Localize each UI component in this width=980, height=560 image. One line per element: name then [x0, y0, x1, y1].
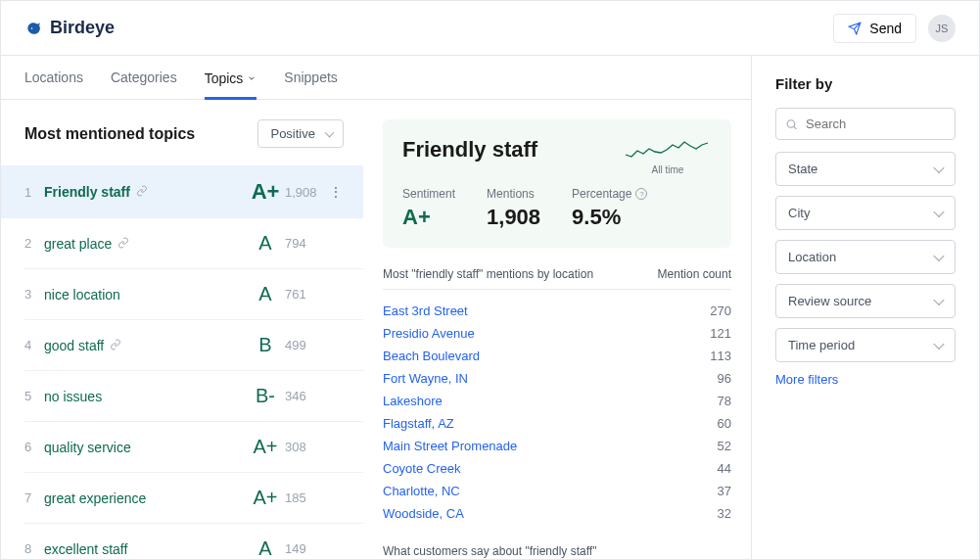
- topic-count: 761: [285, 287, 328, 302]
- link-icon: [110, 338, 121, 353]
- topic-grade: A: [246, 283, 285, 305]
- topic-row[interactable]: 8excellent staff A149: [24, 524, 363, 559]
- topic-row[interactable]: 7great experience A+185: [24, 473, 363, 524]
- topic-rank: 6: [24, 440, 44, 454]
- tab-categories[interactable]: Categories: [111, 56, 177, 99]
- location-link[interactable]: Woodside, CA: [383, 506, 464, 521]
- search-icon: [785, 117, 798, 130]
- location-count: 96: [718, 371, 731, 386]
- location-link[interactable]: Charlotte, NC: [383, 484, 460, 498]
- metric-value: A+: [402, 205, 455, 230]
- metric-label: Percentage ?: [572, 187, 647, 201]
- topics-list: 1Friendly staff A+1,908⋮2great place A79…: [24, 165, 363, 559]
- topic-row[interactable]: 6quality service A+308: [24, 422, 363, 473]
- topic-rank: 8: [24, 541, 44, 556]
- location-count: 52: [718, 439, 731, 453]
- topic-name: no issues: [44, 389, 246, 404]
- topic-name: great experience: [44, 490, 246, 506]
- send-label: Send: [869, 21, 902, 36]
- topic-grade: A+: [246, 436, 285, 458]
- topic-name: Friendly staff: [44, 184, 246, 200]
- topic-count: 1,908: [285, 185, 328, 200]
- location-row: Flagstaff, AZ60: [383, 412, 731, 435]
- send-button[interactable]: Send: [833, 14, 916, 43]
- location-link[interactable]: Presidio Avenue: [383, 326, 475, 341]
- locations-title: Most "friendly staff" mentions by locati…: [383, 267, 593, 281]
- location-count: 60: [718, 416, 731, 431]
- sparkline-wrap: All time: [624, 137, 712, 175]
- topics-heading: Most mentioned topics: [24, 125, 195, 143]
- topic-grade: A+: [246, 179, 285, 205]
- location-row: Presidio Avenue121: [383, 322, 731, 345]
- filter-select-state[interactable]: State: [775, 152, 956, 186]
- link-icon: [117, 236, 129, 252]
- location-row: Fort Wayne, IN96: [383, 367, 731, 390]
- brand-logo: Birdeye: [24, 18, 115, 38]
- help-icon[interactable]: ?: [635, 188, 647, 200]
- sparkline-label: All time: [624, 164, 712, 175]
- locations-list: East 3rd Street270Presidio Avenue121Beac…: [383, 300, 731, 525]
- topic-count: 149: [285, 541, 328, 556]
- location-link[interactable]: East 3rd Street: [383, 303, 468, 318]
- sentiment-filter-select[interactable]: Positive: [257, 119, 344, 148]
- detail-title: Friendly staff: [402, 137, 537, 163]
- more-icon[interactable]: ⋮: [328, 184, 344, 200]
- location-link[interactable]: Main Street Promenade: [383, 439, 517, 453]
- metric-percentage: Percentage ? 9.5%: [572, 187, 647, 230]
- location-count: 78: [718, 394, 731, 408]
- filter-select-review-source[interactable]: Review source: [775, 284, 956, 318]
- topic-grade: A: [246, 537, 285, 559]
- topic-name: great place: [44, 236, 246, 252]
- location-count: 32: [718, 506, 731, 521]
- topic-row[interactable]: 4good staff B499: [24, 320, 363, 371]
- location-link[interactable]: Lakeshore: [383, 394, 443, 408]
- tab-locations[interactable]: Locations: [24, 56, 83, 99]
- metric-value: 9.5%: [572, 205, 647, 230]
- brand-name: Birdeye: [50, 18, 115, 38]
- filter-select-time-period[interactable]: Time period: [775, 328, 956, 362]
- filter-select-location[interactable]: Location: [775, 240, 956, 274]
- tab-snippets[interactable]: Snippets: [284, 56, 337, 99]
- link-icon: [136, 184, 148, 200]
- topic-rank: 3: [24, 287, 44, 302]
- topic-name: nice location: [44, 287, 246, 303]
- search-input[interactable]: [775, 108, 956, 140]
- location-link[interactable]: Flagstaff, AZ: [383, 416, 454, 431]
- topic-detail-card: Friendly staff All time Sentiment A+: [383, 119, 731, 248]
- location-count: 37: [718, 484, 731, 498]
- topic-row[interactable]: 3nice location A761: [24, 269, 363, 320]
- location-link[interactable]: Coyote Creek: [383, 461, 460, 476]
- tab-topics[interactable]: Topics: [205, 56, 257, 100]
- location-count: 44: [718, 461, 731, 476]
- location-count: 270: [710, 303, 731, 318]
- topic-grade: A: [246, 232, 285, 255]
- location-row: Charlotte, NC37: [383, 480, 731, 502]
- topic-row[interactable]: 1Friendly staff A+1,908⋮: [1, 165, 363, 218]
- topic-count: 499: [285, 338, 328, 352]
- topbar: Birdeye Send JS: [1, 1, 979, 56]
- location-link[interactable]: Fort Wayne, IN: [383, 371, 468, 386]
- birdeye-icon: [24, 19, 44, 38]
- chevron-down-icon: [247, 70, 257, 86]
- user-avatar[interactable]: JS: [928, 15, 956, 42]
- locations-section-header: Most "friendly staff" mentions by locati…: [383, 267, 731, 290]
- location-link[interactable]: Beach Boulevard: [383, 349, 480, 363]
- location-row: East 3rd Street270: [383, 300, 731, 322]
- topic-count: 185: [285, 490, 328, 505]
- filter-heading: Filter by: [775, 75, 956, 92]
- sparkline-icon: [624, 137, 712, 163]
- topic-name: quality service: [44, 440, 246, 455]
- metric-sentiment: Sentiment A+: [402, 187, 455, 230]
- topic-row[interactable]: 5no issues B-346: [24, 371, 363, 422]
- topic-rank: 7: [24, 490, 44, 505]
- location-row: Main Street Promenade52: [383, 435, 731, 457]
- svg-point-0: [787, 119, 795, 127]
- filter-select-city[interactable]: City: [775, 196, 956, 230]
- topic-count: 346: [285, 389, 328, 403]
- location-row: Lakeshore78: [383, 390, 731, 412]
- topic-grade: A+: [246, 487, 285, 509]
- topic-row[interactable]: 2great place A794: [24, 218, 363, 269]
- topic-rank: 5: [24, 389, 44, 403]
- topic-name: excellent staff: [44, 541, 246, 557]
- more-filters-link[interactable]: More filters: [775, 372, 956, 387]
